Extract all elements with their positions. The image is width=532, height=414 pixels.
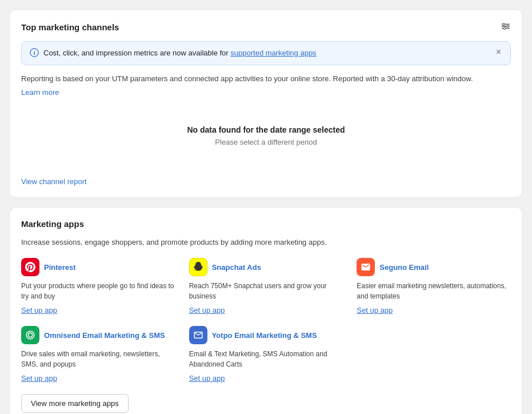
app-header: Snapchat Ads bbox=[189, 258, 343, 276]
list-item: Pinterest Put your products where people… bbox=[21, 258, 175, 315]
apps-description: Increase sessions, engage shoppers, and … bbox=[21, 237, 511, 248]
apps-card-title: Marketing apps bbox=[21, 219, 84, 229]
omnisend-setup-link[interactable]: Set up app bbox=[21, 374, 175, 383]
yotpo-app-name[interactable]: Yotpo Email Marketing & SMS bbox=[212, 331, 317, 340]
list-item: Snapchat Ads Reach 750M+ Snapchat users … bbox=[189, 258, 343, 315]
omnisend-app-name[interactable]: Omnisend Email Marketing & SMS bbox=[44, 331, 165, 340]
empty-state: No data found for the date range selecte… bbox=[21, 97, 511, 169]
snapchat-app-desc: Reach 750M+ Snapchat users and grow your… bbox=[189, 281, 343, 301]
omnisend-app-desc: Drive sales with email marketing, newsle… bbox=[21, 349, 175, 369]
app-header: Seguno Email bbox=[357, 258, 511, 276]
banner-text: Cost, click, and impression metrics are … bbox=[43, 47, 317, 59]
top-channels-card: Top marketing channels i Cost, click, an… bbox=[9, 9, 523, 198]
seguno-icon bbox=[357, 258, 375, 276]
learn-more-link[interactable]: Learn more bbox=[21, 88, 59, 97]
card-title: Top marketing channels bbox=[21, 22, 119, 32]
view-more-apps-button[interactable]: View more marketing apps bbox=[21, 394, 129, 413]
yotpo-app-desc: Email & Text Marketing, SMS Automation a… bbox=[189, 349, 343, 369]
svg-point-4 bbox=[507, 25, 509, 27]
supported-apps-link[interactable]: supported marketing apps bbox=[230, 49, 316, 57]
settings-icon[interactable] bbox=[501, 21, 511, 33]
card-header: Top marketing channels bbox=[21, 21, 511, 33]
apps-card-header: Marketing apps bbox=[21, 219, 511, 229]
empty-state-subtitle: Please select a different period bbox=[33, 138, 499, 146]
pinterest-setup-link[interactable]: Set up app bbox=[21, 306, 175, 315]
seguno-app-name[interactable]: Seguno Email bbox=[379, 263, 429, 272]
app-header: Yotpo Email Marketing & SMS bbox=[189, 326, 343, 344]
info-banner-content: i Cost, click, and impression metrics ar… bbox=[30, 47, 317, 59]
snapchat-icon bbox=[189, 258, 207, 276]
pinterest-app-name[interactable]: Pinterest bbox=[44, 263, 76, 272]
list-item: Yotpo Email Marketing & SMS Email & Text… bbox=[189, 326, 343, 383]
snapchat-setup-link[interactable]: Set up app bbox=[189, 306, 343, 315]
list-item: Omnisend Email Marketing & SMS Drive sal… bbox=[21, 326, 175, 383]
app-header: Pinterest bbox=[21, 258, 175, 276]
app-header: Omnisend Email Marketing & SMS bbox=[21, 326, 175, 344]
empty-state-title: No data found for the date range selecte… bbox=[33, 125, 499, 134]
banner-close-button[interactable]: × bbox=[495, 47, 502, 57]
pinterest-app-desc: Put your products where people go to fin… bbox=[21, 281, 175, 301]
svg-point-5 bbox=[503, 27, 506, 30]
seguno-setup-link[interactable]: Set up app bbox=[357, 306, 511, 315]
reporting-text: Reporting is based on your UTM parameter… bbox=[21, 73, 511, 85]
omnisend-icon bbox=[21, 326, 39, 344]
info-banner: i Cost, click, and impression metrics ar… bbox=[21, 41, 511, 65]
yotpo-setup-link[interactable]: Set up app bbox=[189, 374, 343, 383]
marketing-apps-card: Marketing apps Increase sessions, engage… bbox=[9, 207, 523, 414]
svg-text:i: i bbox=[34, 50, 35, 56]
info-icon: i bbox=[30, 48, 39, 59]
pinterest-icon bbox=[21, 258, 39, 276]
seguno-app-desc: Easier email marketing newsletters, auto… bbox=[357, 281, 511, 301]
snapchat-app-name[interactable]: Snapchat Ads bbox=[212, 263, 261, 272]
svg-point-3 bbox=[503, 23, 505, 26]
apps-grid: Pinterest Put your products where people… bbox=[21, 258, 511, 383]
yotpo-icon bbox=[189, 326, 207, 344]
view-channel-report-link[interactable]: View channel report bbox=[21, 177, 87, 186]
list-item: Seguno Email Easier email marketing news… bbox=[357, 258, 511, 315]
